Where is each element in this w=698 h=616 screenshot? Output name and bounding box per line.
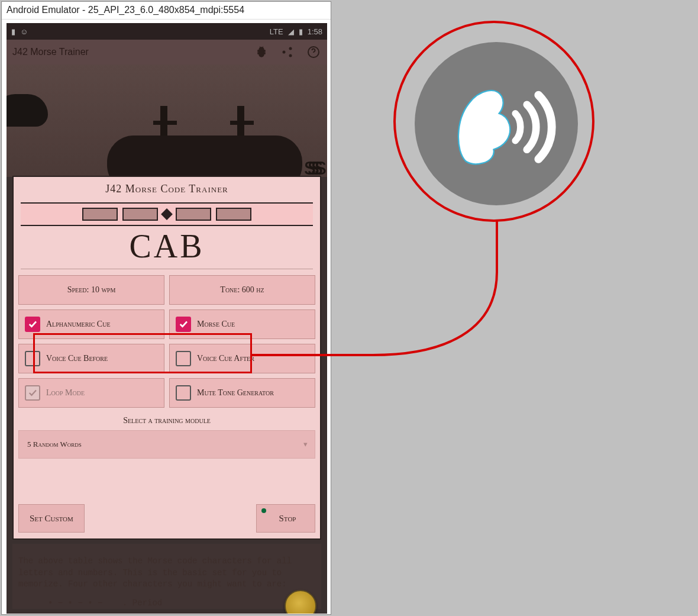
- checkbox-label: Morse Cue: [197, 320, 235, 329]
- cue-display: CAB: [21, 226, 313, 269]
- checkbox-icon: [176, 317, 191, 332]
- card-title: J42 Morse Code Trainer: [14, 177, 320, 202]
- bullet-period: . Period: [122, 598, 162, 608]
- android-status-bar: ▮ ☺ LTE ◢ ▮ 1:58: [7, 23, 327, 40]
- checkbox-label: Voice Cue Before: [46, 354, 108, 363]
- battery-icon: ▮: [299, 27, 303, 36]
- checkbox-label: Voice Cue After: [197, 354, 254, 363]
- emulator-title: Android Emulator - 25_API_23_6.0_480x854…: [7, 5, 244, 15]
- checkbox-loop-mode: Loop Mode: [18, 378, 164, 408]
- sd-card-icon: ▮: [11, 27, 15, 36]
- checkbox-icon: [176, 385, 191, 401]
- checkbox-mute-tone[interactable]: Mute Tone Generator: [169, 378, 315, 408]
- speed-label: Speed: 10 wpm: [67, 285, 116, 295]
- module-selected: 5 Random Words: [27, 440, 82, 449]
- set-custom-button[interactable]: Set Custom: [18, 504, 85, 533]
- checkbox-morse-cue[interactable]: Morse Cue: [169, 309, 315, 339]
- module-header: Select a training module: [14, 412, 320, 428]
- module-dropdown[interactable]: 5 Random Words: [18, 430, 315, 459]
- checkbox-icon: [176, 351, 191, 366]
- debug-icon: ☺: [20, 27, 28, 36]
- checkbox-label: Alphanumeric Cue: [46, 320, 111, 329]
- checkbox-icon: [25, 385, 40, 401]
- clock: 1:58: [308, 27, 322, 36]
- svg-point-1: [289, 47, 292, 50]
- app-bar: J42 Morse Trainer: [7, 40, 327, 64]
- bug-icon[interactable]: [254, 44, 269, 60]
- checkbox-voice-cue-after[interactable]: Voice Cue After: [169, 344, 315, 373]
- tone-label: Tone: 600 hz: [220, 285, 264, 295]
- morse-period: • − • − • −: [48, 598, 102, 608]
- stop-button[interactable]: Stop: [256, 504, 315, 533]
- instruction-text: The above table shows the Morse code cha…: [12, 544, 321, 609]
- signal-icon: ◢: [288, 27, 294, 36]
- checkbox-alphanumeric-cue[interactable]: Alphanumeric Cue: [18, 309, 164, 339]
- emulator-titlebar: Android Emulator - 25_API_23_6.0_480x854…: [2, 2, 331, 20]
- trainer-card: J42 Morse Code Trainer CAB Speed: 10 wpm…: [12, 176, 321, 540]
- share-icon[interactable]: [280, 44, 295, 60]
- tone-button[interactable]: Tone: 600 hz: [169, 275, 315, 305]
- svg-point-2: [289, 54, 292, 57]
- checkbox-icon: [25, 351, 40, 366]
- app-title: J42 Morse Trainer: [12, 47, 89, 57]
- help-icon[interactable]: [306, 44, 321, 60]
- checkbox-label: Mute Tone Generator: [197, 388, 274, 398]
- voice-icon: [415, 42, 578, 205]
- morse-strip: [21, 202, 313, 226]
- checkbox-label: Loop Mode: [46, 388, 85, 398]
- checkbox-voice-cue-before[interactable]: Voice Cue Before: [18, 344, 164, 373]
- instruction-para: The above table shows the Morse code cha…: [18, 556, 315, 591]
- annotation-callout: [393, 21, 594, 222]
- svg-point-0: [283, 51, 286, 54]
- emulator-window: Android Emulator - 25_API_23_6.0_480x854…: [1, 1, 331, 615]
- checkbox-icon: [25, 317, 40, 332]
- phone-screen: ▮ ☺ LTE ◢ ▮ 1:58 J42 Morse Trainer: [7, 23, 327, 614]
- network-icon: LTE: [270, 27, 283, 36]
- hero-illustration: ssss: [7, 64, 327, 177]
- speed-button[interactable]: Speed: 10 wpm: [18, 275, 164, 305]
